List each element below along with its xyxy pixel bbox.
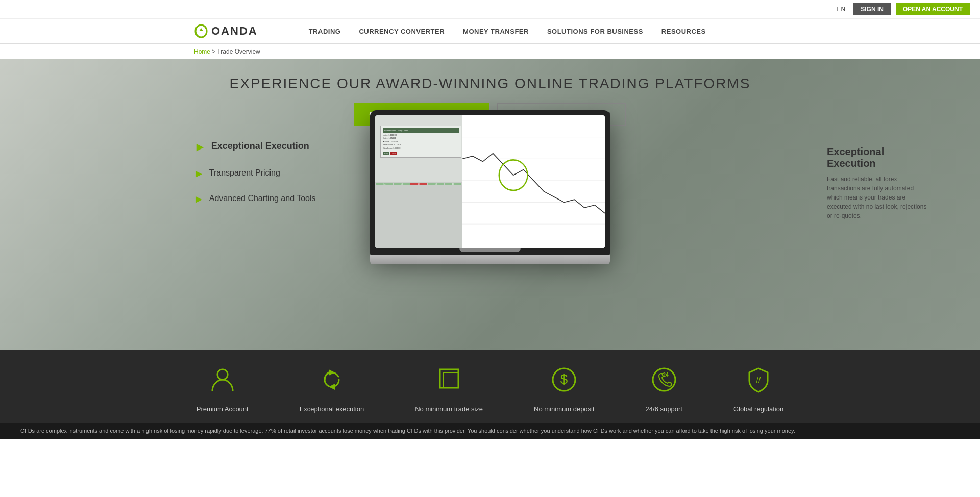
breadcrumb: Home > Trade Overview [0, 44, 980, 59]
laptop-mockup: Market Order | Entry Order Units: 1,000.… [370, 110, 610, 264]
svg-rect-8 [443, 372, 458, 388]
nav-item-money[interactable]: MONEY TRANSFER [463, 27, 529, 36]
shield-icon: // [744, 365, 773, 398]
feature-premium-account[interactable]: Premium Account [197, 365, 249, 413]
feature-transparent-pricing[interactable]: ► Transparent Pricing [194, 168, 316, 179]
feature-label-support[interactable]: 24/6 support [646, 405, 682, 413]
open-account-topbar-button[interactable]: OPEN AN ACCOUNT [896, 3, 970, 15]
breadcrumb-current: Trade Overview [217, 48, 260, 55]
chart-svg [462, 115, 605, 248]
feature-label-global-reg[interactable]: Global regulation [733, 405, 783, 413]
hero-title: EXPERIENCE OUR AWARD-WINNING ONLINE TRAD… [230, 76, 751, 92]
feature-label-pricing: Transparent Pricing [209, 168, 280, 178]
feature-label-min-trade[interactable]: No minimum trade size [415, 405, 483, 413]
language-selector[interactable]: EN [837, 6, 846, 13]
disclaimer-bar: CFDs are complex instruments and come wi… [0, 423, 980, 439]
laptop-notch [459, 248, 521, 252]
disclaimer-text: CFDs are complex instruments and come wi… [20, 428, 795, 434]
nav-bar: OANDA TRADING CURRENCY CONVERTER MONEY T… [0, 19, 980, 44]
svg-text://: // [756, 376, 761, 384]
feature-label-exec[interactable]: Exceptional execution [300, 405, 364, 413]
phone24-icon: 24 [650, 365, 678, 398]
nav-links: TRADING CURRENCY CONVERTER MONEY TRANSFE… [309, 27, 706, 36]
feature-advanced-charting[interactable]: ► Advanced Charting and Tools [194, 194, 316, 204]
feature-global-reg[interactable]: // Global regulation [733, 365, 783, 413]
svg-point-6 [217, 369, 228, 380]
feature-label-premium[interactable]: Premium Account [197, 405, 249, 413]
hero-desc-right: Exceptional Execution Fast and reliable,… [827, 146, 929, 220]
hero-desc-body: Fast and reliable, all forex transaction… [827, 175, 929, 220]
feature-label-charting: Advanced Charting and Tools [209, 194, 316, 203]
breadcrumb-home[interactable]: Home [194, 48, 210, 55]
chart-area [462, 115, 605, 248]
feature-label-execution: Exceptional Execution [211, 141, 309, 152]
person-icon [208, 365, 237, 398]
feature-no-min-trade[interactable]: No minimum trade size [415, 365, 483, 413]
feature-exceptional-exec[interactable]: Exceptional execution [300, 365, 364, 413]
hero-section: EXPERIENCE OUR AWARD-WINNING ONLINE TRAD… [0, 59, 980, 350]
nav-item-trading[interactable]: TRADING [309, 27, 341, 36]
layers-icon [435, 365, 463, 398]
svg-text:24: 24 [663, 372, 669, 378]
logo[interactable]: OANDA [194, 24, 258, 38]
feature-arrow-charting: ► [194, 194, 204, 204]
laptop-screen-outer: Market Order | Entry Order Units: 1,000.… [370, 110, 610, 255]
refresh-icon [317, 365, 346, 398]
feature-arrow-pricing: ► [194, 168, 204, 179]
logo-text: OANDA [211, 24, 258, 38]
nav-item-currency[interactable]: CURRENCY CONVERTER [359, 27, 445, 36]
feature-arrow-active: ► [194, 141, 206, 153]
dollar-icon: $ [550, 365, 578, 398]
laptop-screen: Market Order | Entry Order Units: 1,000.… [375, 115, 605, 248]
features-strip: Premium Account Exceptional execution No… [0, 350, 980, 423]
order-panel: Market Order | Entry Order Units: 1,000.… [375, 115, 462, 248]
svg-text:$: $ [560, 371, 568, 387]
hero-desc-title: Exceptional Execution [827, 146, 929, 169]
feature-no-min-deposit[interactable]: $ No minimum deposit [534, 365, 595, 413]
laptop-base [370, 255, 610, 264]
breadcrumb-separator: > [210, 48, 217, 55]
hero-features-left: ► Exceptional Execution ► Transparent Pr… [194, 141, 316, 219]
screen-content: Market Order | Entry Order Units: 1,000.… [375, 115, 605, 248]
signin-button[interactable]: SIGN IN [853, 3, 891, 15]
nav-item-resources[interactable]: RESOURCES [662, 27, 706, 36]
feature-label-min-deposit[interactable]: No minimum deposit [534, 405, 595, 413]
logo-icon [194, 24, 208, 38]
feature-support[interactable]: 24 24/6 support [646, 365, 682, 413]
nav-item-solutions[interactable]: SOLUTIONS FOR BUSINESS [547, 27, 643, 36]
feature-exceptional-execution[interactable]: ► Exceptional Execution [194, 141, 316, 153]
top-bar: EN SIGN IN OPEN AN ACCOUNT [0, 0, 980, 19]
order-dialog: Market Order | Entry Order Units: 1,000.… [380, 126, 461, 158]
